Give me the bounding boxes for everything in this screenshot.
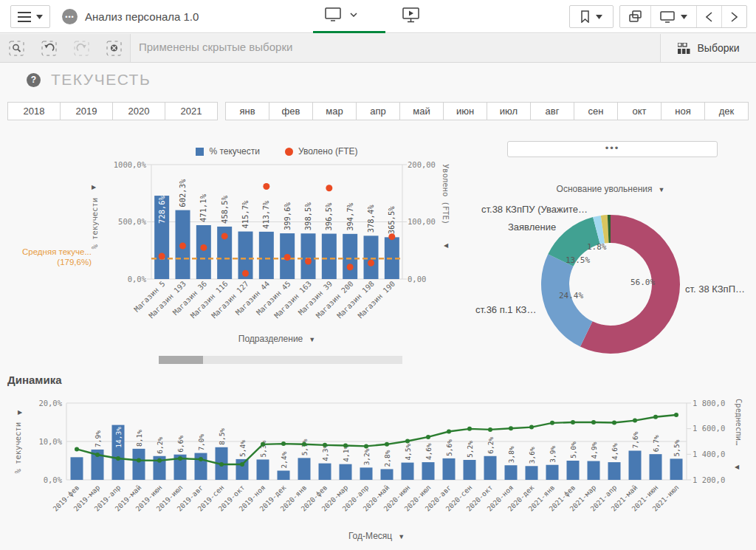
scatter-dot[interactable] — [221, 233, 228, 239]
bar[interactable] — [196, 225, 211, 279]
line-marker[interactable] — [343, 444, 348, 448]
year-filter-2019[interactable]: 2019 — [60, 102, 113, 120]
line-marker[interactable] — [550, 421, 554, 425]
line-marker[interactable] — [137, 458, 141, 462]
scatter-dot[interactable] — [326, 185, 332, 191]
scatter-dot[interactable] — [242, 270, 249, 277]
clear-selections-button[interactable] — [97, 41, 130, 56]
bar[interactable] — [650, 454, 662, 480]
bar[interactable] — [505, 465, 518, 480]
bar[interactable] — [464, 460, 476, 480]
redo-selection-button[interactable] — [65, 41, 97, 56]
sheet-list-button[interactable] — [650, 6, 696, 27]
year-filter-2018[interactable]: 2018 — [7, 102, 61, 120]
line-marker[interactable] — [529, 425, 534, 430]
bar[interactable] — [402, 463, 414, 480]
line-marker[interactable] — [571, 420, 575, 424]
month-filter-ноя[interactable]: ноя — [661, 102, 705, 120]
month-filter-янв[interactable]: янв — [225, 102, 269, 120]
bar[interactable] — [71, 457, 83, 480]
line-marker[interactable] — [612, 421, 616, 425]
bar[interactable] — [278, 471, 290, 480]
scatter-dot[interactable] — [263, 183, 269, 190]
smart-search-button[interactable] — [0, 41, 32, 56]
line-marker[interactable] — [95, 453, 100, 457]
scatter-dot[interactable] — [159, 253, 165, 260]
line-marker[interactable] — [302, 442, 306, 447]
line-marker[interactable] — [75, 447, 79, 451]
line-marker[interactable] — [385, 442, 389, 447]
bar[interactable] — [259, 232, 274, 279]
line-marker[interactable] — [447, 429, 451, 433]
scatter-dot[interactable] — [388, 233, 395, 240]
line-marker[interactable] — [157, 458, 162, 463]
line-marker[interactable] — [488, 427, 492, 432]
x-axis-label[interactable]: Магазин 190 — [357, 280, 397, 320]
bar[interactable] — [443, 458, 456, 480]
bar[interactable] — [343, 234, 357, 279]
line-marker[interactable] — [199, 457, 203, 461]
next-sheet-button[interactable] — [721, 6, 746, 27]
line-marker[interactable] — [364, 444, 368, 448]
month-filter-авг[interactable]: авг — [530, 102, 574, 120]
bar[interactable] — [257, 459, 269, 480]
line-marker[interactable] — [467, 427, 472, 431]
presentation-mode-button[interactable] — [402, 7, 419, 26]
line-marker[interactable] — [281, 441, 286, 446]
x-axis-label[interactable]: Магазин 116 — [189, 280, 230, 320]
year-filter-2021[interactable]: 2021 — [165, 102, 218, 120]
line-marker[interactable] — [591, 420, 596, 424]
sheets-overview-button[interactable] — [620, 6, 650, 27]
bar[interactable] — [629, 450, 642, 480]
month-filter-мар[interactable]: мар — [312, 102, 357, 120]
help-icon[interactable]: ? — [27, 73, 41, 87]
month-filter-май[interactable]: май — [399, 102, 444, 120]
bar[interactable] — [567, 461, 580, 480]
x-axis-label[interactable]: Магазин 200 — [315, 280, 355, 320]
bar[interactable] — [133, 449, 145, 480]
bar[interactable] — [340, 464, 352, 480]
chart-menu-button[interactable]: ••• — [507, 141, 718, 157]
bar[interactable] — [301, 233, 316, 279]
scatter-dot[interactable] — [368, 260, 374, 267]
x-axis-label[interactable]: Магазин 193 — [147, 280, 188, 320]
x-axis-label[interactable]: Магазин 198 — [335, 280, 376, 320]
bar[interactable] — [381, 469, 394, 480]
app-identity[interactable]: ••• Анализ персонала 1.0 — [62, 9, 199, 24]
scatter-dot[interactable] — [179, 243, 186, 250]
line-marker[interactable] — [653, 415, 658, 419]
bar[interactable] — [322, 234, 337, 279]
line-marker[interactable] — [323, 443, 327, 447]
scatter-dot[interactable] — [200, 244, 207, 251]
scatter-dot[interactable] — [284, 254, 291, 261]
undo-selection-button[interactable] — [32, 41, 65, 56]
bar[interactable] — [298, 458, 311, 480]
chart1-scrollbar[interactable] — [159, 356, 402, 364]
x-axis-label[interactable]: Магазин 163 — [272, 280, 313, 320]
bookmarks-button[interactable] — [569, 5, 614, 28]
global-menu-button[interactable] — [10, 5, 50, 28]
line-marker[interactable] — [633, 419, 637, 423]
bar[interactable] — [526, 466, 538, 480]
month-filter-дек[interactable]: дек — [704, 102, 749, 120]
month-filter-сен[interactable]: сен — [574, 102, 618, 120]
bar[interactable] — [484, 456, 497, 480]
bar[interactable] — [608, 462, 621, 480]
month-filter-апр[interactable]: апр — [356, 102, 400, 120]
sheet-switcher[interactable] — [325, 7, 357, 21]
chart1-dimension-select[interactable]: Подразделение▼ — [151, 334, 402, 344]
line-marker[interactable] — [116, 456, 120, 461]
line-marker[interactable] — [219, 462, 224, 467]
bar[interactable] — [546, 465, 559, 480]
month-filter-июн[interactable]: июн — [443, 102, 487, 120]
line-marker[interactable] — [261, 442, 265, 447]
bar[interactable] — [670, 458, 683, 480]
line-marker[interactable] — [240, 462, 244, 467]
line-marker[interactable] — [178, 456, 182, 461]
line-marker[interactable] — [426, 435, 430, 439]
bar[interactable] — [588, 461, 600, 480]
bar[interactable] — [364, 236, 379, 279]
bar[interactable] — [195, 453, 207, 480]
line-marker[interactable] — [509, 426, 513, 430]
month-filter-окт[interactable]: окт — [617, 102, 662, 120]
